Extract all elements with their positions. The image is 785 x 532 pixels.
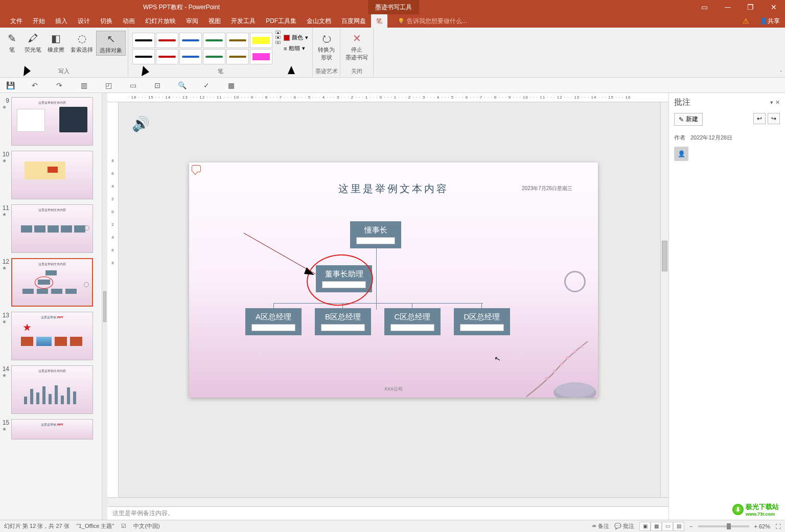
pen-style-9[interactable]	[226, 49, 249, 64]
minimize-button[interactable]	[716, 0, 739, 14]
highlighter-style-0[interactable]	[250, 33, 272, 48]
vertical-scrollbar[interactable]	[660, 102, 668, 497]
qat-btn-8[interactable]: 🔍	[177, 80, 187, 90]
pen-style-1[interactable]	[156, 33, 178, 48]
menu-pdf-tools[interactable]: PDF工具集	[261, 14, 302, 28]
slide-canvas[interactable]: 这里是举例文本内容 2023年7月26日星期三 XXX公司 懂事长 董事长助理 …	[189, 163, 598, 398]
status-notes-button[interactable]: ≐ 备注	[592, 522, 609, 530]
menu-home[interactable]: 开始	[28, 14, 50, 28]
status-comments-button[interactable]: 💬 批注	[614, 522, 634, 530]
convert-to-shape-button[interactable]: ⭮转换为 形状	[315, 31, 338, 62]
highlighter-button[interactable]: 🖍荧光笔	[21, 31, 44, 55]
stop-inking-button[interactable]: ✕停止 墨迹书写	[342, 31, 371, 62]
slide-thumb-12[interactable]: 这里是举例文本内容	[11, 258, 93, 307]
menu-developer[interactable]: 开发工具	[226, 14, 261, 28]
ribbon-display-options-icon[interactable]: ▭	[693, 0, 716, 14]
pen-thickness-dropdown[interactable]: ≡粗细 ▾	[284, 44, 308, 52]
pen-style-6[interactable]	[156, 49, 178, 64]
qat-btn-6[interactable]: ▭	[128, 80, 138, 90]
gallery-scroll-down[interactable]: ▾	[275, 36, 281, 39]
menu-review[interactable]: 审阅	[181, 14, 203, 28]
redo-button[interactable]: ↷	[54, 80, 64, 90]
zoom-slider[interactable]	[698, 525, 749, 527]
zoom-out-button[interactable]: −	[689, 523, 692, 529]
ink-annotation-circle[interactable]	[305, 252, 375, 309]
menu-view[interactable]: 视图	[203, 14, 226, 28]
save-button[interactable]: 💾	[5, 80, 15, 90]
lasso-select-button[interactable]: ◌套索选择	[67, 31, 96, 55]
context-tab-ink-tools[interactable]: 墨迹书写工具	[368, 0, 419, 14]
qat-btn-10[interactable]: ▦	[226, 80, 236, 90]
qat-btn-7[interactable]: ⊡	[152, 80, 163, 90]
menu-design[interactable]: 设计	[73, 14, 95, 28]
horizontal-scrollbar[interactable]	[107, 497, 668, 506]
pen-icon: ✎	[5, 32, 18, 45]
pen-color-dropdown[interactable]: 颜色 ▾	[284, 34, 308, 41]
menu-file[interactable]: 文件	[5, 14, 28, 28]
undo-button[interactable]: ↶	[30, 80, 40, 90]
zoom-level[interactable]: + 62%	[754, 523, 771, 529]
comment-indicator-icon[interactable]	[192, 165, 201, 172]
menu-baidu-netdisk[interactable]: 百度网盘	[336, 14, 371, 28]
pen-style-8[interactable]	[203, 49, 225, 64]
slide-thumb-15[interactable]: 这里是举例 PPT	[11, 419, 93, 440]
editor: · 16 · · · 15 · · · 14 · · · 13 · · · 12…	[107, 93, 668, 520]
pen-style-0[interactable]	[132, 33, 155, 48]
prev-comment-button[interactable]: ↩	[753, 113, 766, 124]
pen-style-7[interactable]	[179, 49, 202, 64]
menu-slideshow[interactable]: 幻灯片放映	[140, 14, 181, 28]
pen-button[interactable]: ✎笔	[2, 31, 21, 55]
pen-style-5[interactable]	[132, 49, 155, 64]
slide-date: 2023年7月26日星期三	[522, 185, 572, 192]
menu-animations[interactable]: 动画	[118, 14, 140, 28]
panel-splitter[interactable]	[102, 93, 107, 520]
canvas-area[interactable]: 🔊 这里是举例文本内容 2023年7月26日星期三 XXX公司 懂事长 董事长助…	[119, 102, 668, 497]
slide-thumb-10[interactable]	[11, 151, 93, 199]
notes-pane[interactable]: 这里是举例备注内容。	[107, 506, 668, 520]
org-node-gm-a[interactable]: A区总经理	[245, 308, 302, 335]
view-sorter-button[interactable]: ▦	[651, 522, 662, 531]
view-reading-button[interactable]: ▭	[662, 522, 673, 531]
gallery-scroll-up[interactable]: ▴	[275, 31, 281, 34]
view-normal-button[interactable]: ▣	[639, 522, 651, 531]
highlighter-style-1[interactable]	[250, 49, 272, 64]
restore-button[interactable]: ❐	[739, 0, 762, 14]
comments-dropdown-icon[interactable]: ▾	[770, 99, 773, 106]
qat-btn-4[interactable]: ▥	[79, 80, 89, 90]
gallery-more[interactable]: ▿	[275, 41, 281, 44]
slide-thumb-9[interactable]: 这里是举例文本内容	[11, 97, 93, 146]
pen-style-2[interactable]	[179, 33, 202, 48]
status-language[interactable]: 中文(中国)	[133, 522, 159, 530]
status-spellcheck-icon[interactable]: ☑	[121, 523, 126, 529]
qat-btn-5[interactable]: ◰	[103, 80, 113, 90]
slide-thumb-14[interactable]: 这里是举例文本内容	[11, 365, 93, 414]
share-button[interactable]: 👤 共享	[760, 17, 780, 26]
close-button[interactable]: ✕	[762, 0, 785, 14]
new-comment-button[interactable]: ✎ 新建	[674, 113, 703, 126]
fit-to-window-button[interactable]: ⛶	[775, 523, 781, 529]
next-comment-button[interactable]: ↪	[768, 113, 780, 124]
tell-me-input[interactable]: 告诉我您想要做什么...	[398, 17, 467, 26]
org-node-gm-b[interactable]: B区总经理	[315, 308, 371, 335]
slide-panel[interactable]: 9★ 这里是举例文本内容 10★ 11★ 这里是举例文本内容	[0, 93, 102, 520]
menu-kingsoft-docs[interactable]: 金山文档	[302, 14, 336, 28]
menu-insert[interactable]: 插入	[50, 14, 73, 28]
qat-btn-9[interactable]: ✓	[201, 80, 212, 90]
menu-pen[interactable]: 笔	[371, 14, 387, 28]
warning-icon[interactable]: ⚠	[743, 17, 749, 25]
slide-thumb-11[interactable]: 这里是举例文本内容	[11, 204, 93, 253]
eraser-button[interactable]: ◧橡皮擦	[44, 31, 67, 55]
slide-thumb-13[interactable]: 这里是举例 PPT	[11, 312, 93, 360]
menu-transitions[interactable]: 切换	[95, 14, 118, 28]
collapse-ribbon-button[interactable]: ˆ	[780, 70, 782, 76]
select-objects-button[interactable]: ↖选择对象	[96, 31, 126, 56]
slide-number: 9	[2, 97, 11, 104]
org-node-gm-c[interactable]: C区总经理	[384, 308, 441, 335]
pen-style-3[interactable]	[203, 33, 225, 48]
org-node-chairman[interactable]: 懂事长	[350, 221, 401, 248]
view-slideshow-button[interactable]: ▤	[673, 522, 684, 531]
comments-close-icon[interactable]: ✕	[775, 99, 780, 106]
org-node-gm-d[interactable]: D区总经理	[454, 308, 510, 335]
slide-number: 13	[2, 312, 11, 319]
pen-style-4[interactable]	[226, 33, 249, 48]
